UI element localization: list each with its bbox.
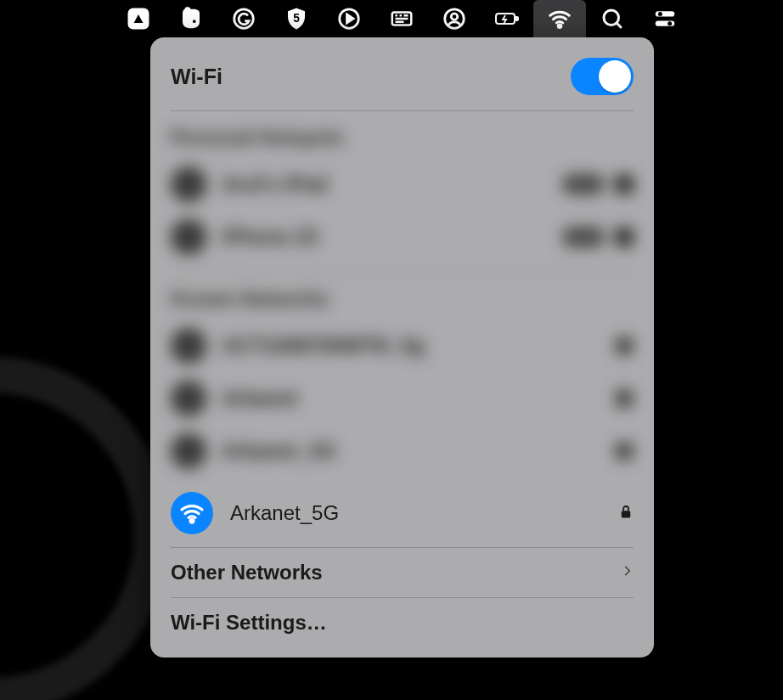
hotspot-item: iPhone 23 xyxy=(171,211,634,263)
other-networks-label: Other Networks xyxy=(171,561,323,584)
known-item: Arkanet_2G xyxy=(171,425,634,477)
wifi-toggle[interactable] xyxy=(571,58,634,95)
wallpaper-arc xyxy=(0,357,170,700)
svg-point-12 xyxy=(658,12,662,16)
known-item: ACT1008700WTN_5g xyxy=(171,319,634,372)
menubar-play-icon[interactable] xyxy=(323,0,375,37)
svg-point-9 xyxy=(558,25,561,28)
menubar-grammarly-icon[interactable] xyxy=(217,0,270,37)
menubar-search-icon[interactable] xyxy=(586,0,639,37)
personal-hotspots-section: Personal Hotspots Arul's iPad iPhone 23 xyxy=(150,111,654,272)
menubar-wifi-icon[interactable] xyxy=(533,0,586,37)
wifi-title: Wi-Fi xyxy=(171,65,223,89)
connected-network-name: Arkanet_5G xyxy=(230,501,601,525)
menubar-shield-icon[interactable]: 5 xyxy=(270,0,323,37)
svg-rect-16 xyxy=(622,511,631,517)
divider xyxy=(171,272,634,273)
known-item: Arkanet xyxy=(171,372,634,425)
known-section-label: Known Networks xyxy=(171,288,634,311)
svg-text:5: 5 xyxy=(293,12,300,25)
svg-rect-8 xyxy=(515,17,518,20)
svg-point-15 xyxy=(190,519,194,522)
known-networks-section: Known Networks ACT1008700WTN_5g Arkanet … xyxy=(150,273,654,486)
menubar-keyboard-icon[interactable] xyxy=(375,0,428,37)
menubar-control-center-icon[interactable] xyxy=(639,0,691,37)
svg-point-14 xyxy=(668,21,672,25)
hotspot-section-label: Personal Hotspots xyxy=(171,127,634,150)
hotspot-item: Arul's iPad xyxy=(171,158,634,211)
menubar-evernote-icon[interactable] xyxy=(165,0,217,37)
connected-network-row[interactable]: Arkanet_5G xyxy=(150,486,654,540)
svg-point-6 xyxy=(451,14,458,20)
menubar-account-icon[interactable] xyxy=(428,0,481,37)
menubar-battery-icon[interactable] xyxy=(481,0,533,37)
chevron-right-icon xyxy=(622,562,634,584)
divider xyxy=(171,110,634,111)
other-networks-row[interactable]: Other Networks xyxy=(150,548,654,597)
menubar: 5 xyxy=(0,0,783,37)
lock-icon xyxy=(618,502,634,524)
wifi-panel-header: Wi-Fi xyxy=(150,53,654,110)
wifi-settings-label: Wi-Fi Settings… xyxy=(171,611,327,635)
wifi-panel: Wi-Fi Personal Hotspots Arul's iPad iPho… xyxy=(150,37,654,658)
wifi-settings-row[interactable]: Wi-Fi Settings… xyxy=(150,598,654,647)
wifi-signal-icon xyxy=(171,492,213,534)
menubar-app-icon-1[interactable] xyxy=(112,0,165,37)
wifi-toggle-knob xyxy=(599,60,631,93)
